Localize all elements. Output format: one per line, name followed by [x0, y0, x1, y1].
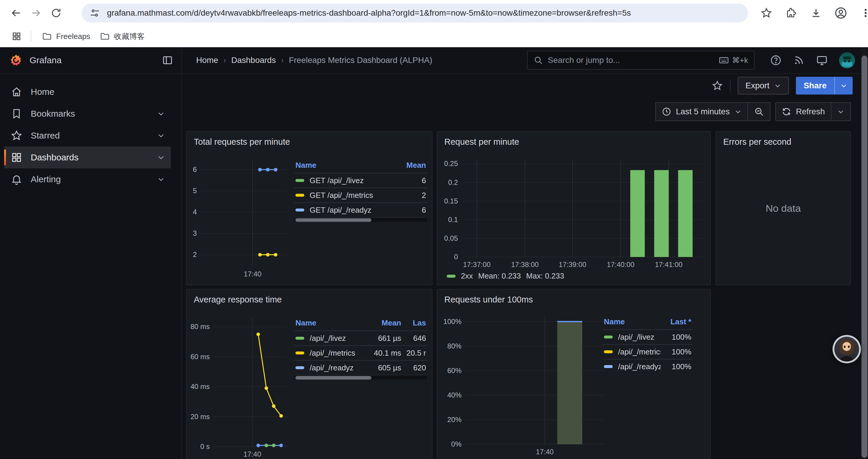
chevron-down-icon: [840, 82, 847, 89]
series-name[interactable]: /api/_/metrics: [310, 349, 355, 358]
dashboard-canvas: Last 5 minutes Refresh: [182, 97, 868, 459]
news-rss-icon[interactable]: [793, 54, 805, 66]
requests-under-100ms-chart[interactable]: 100%80%60%40%20%0%17:40: [442, 311, 608, 458]
series-name[interactable]: 2xx: [461, 271, 473, 281]
panel-errors-per-second[interactable]: Errors per second No data: [716, 131, 851, 285]
series-name[interactable]: GET /api/_/livez: [310, 176, 364, 185]
series-name[interactable]: /api/_/livez: [618, 333, 654, 342]
refresh-interval-chevron[interactable]: [831, 103, 850, 121]
apps-icon: [11, 152, 23, 163]
legend-scrollbar[interactable]: [294, 375, 427, 380]
monitor-icon[interactable]: [816, 54, 828, 66]
legend-value: 100%: [660, 362, 691, 371]
time-range-group: Last 5 minutes: [655, 102, 771, 121]
sidebar-item-starred[interactable]: Starred: [4, 125, 171, 146]
legend-row[interactable]: /api/_/metrics100%: [603, 344, 692, 359]
chevron-down-icon[interactable]: [157, 175, 165, 183]
bookmark-folder-blogs[interactable]: 收藏博客: [95, 29, 150, 44]
series-swatch: [296, 337, 304, 340]
bookmark-folder-freeleaps[interactable]: Freeleaps: [37, 29, 95, 44]
download-icon[interactable]: [806, 3, 826, 23]
legend-average-response-time: NameMeanLas/api/_/livez661 µs646/api/_/m…: [294, 317, 427, 380]
share-button[interactable]: Share: [796, 77, 852, 95]
star-dashboard-icon[interactable]: [712, 80, 723, 91]
series-name[interactable]: GET /api/_/metrics: [310, 191, 373, 200]
share-menu-chevron[interactable]: [834, 77, 852, 95]
legend-column[interactable]: Mean: [366, 319, 401, 328]
request-per-minute-chart[interactable]: 00.050.10.150.20.2517:37:0017:38:0017:39…: [442, 153, 707, 271]
svg-text:0.25: 0.25: [444, 160, 458, 167]
chevron-down-icon[interactable]: [157, 132, 165, 139]
sidebar-toggle-icon[interactable]: [162, 55, 173, 66]
svg-text:17:37:00: 17:37:00: [463, 261, 490, 268]
search-input[interactable]: ⌘+k: [527, 51, 754, 70]
legend-header: NameMean: [294, 159, 427, 173]
sidebar-item-alerting[interactable]: Alerting: [4, 168, 171, 190]
legend-scrollbar[interactable]: [294, 217, 427, 222]
panel-total-requests[interactable]: Total requests per minute 6543217:40 Nam…: [186, 131, 433, 285]
folder-icon: [100, 31, 110, 41]
legend-requests-under-100ms: NameLast */api/_/livez100%/api/_/metrics…: [603, 316, 692, 374]
chevron-down-icon[interactable]: [157, 154, 165, 161]
series-name[interactable]: GET /api/_/readyz: [310, 205, 371, 215]
browser-toolbar: grafana.mathmast.com/d/deytv4rwavabkb/fr…: [0, 0, 868, 26]
reload-icon[interactable]: [46, 3, 66, 23]
average-response-time-chart[interactable]: 80 ms60 ms40 ms20 ms0 s17:40: [190, 312, 291, 459]
total-requests-chart[interactable]: 6543217:40: [190, 154, 291, 281]
bookmark-star-icon[interactable]: [756, 3, 776, 23]
sidebar-item-bookmarks[interactable]: Bookmarks: [4, 103, 171, 125]
svg-text:3: 3: [193, 229, 197, 237]
legend-row[interactable]: /api/_/livez661 µs646: [294, 330, 427, 345]
svg-text:17:40:00: 17:40:00: [607, 261, 634, 268]
apps-grid-icon[interactable]: [8, 28, 25, 44]
legend-value: 605 µs: [366, 363, 401, 372]
panel-requests-under-100ms[interactable]: Requests under 100ms 100%80%60%40%20%0%1…: [437, 289, 711, 459]
search-placeholder[interactable]: [548, 56, 718, 65]
breadcrumb-dashboards[interactable]: Dashboards: [231, 56, 276, 65]
keyboard-icon: [718, 55, 729, 66]
series-name[interactable]: /api/_/readyz: [618, 362, 660, 371]
legend-row[interactable]: /api/_/livez100%: [603, 329, 692, 344]
search-icon: [533, 56, 543, 65]
legend-row[interactable]: /api/_/readyz100%: [603, 359, 692, 374]
legend-row[interactable]: /api/_/readyz605 µs620: [294, 360, 427, 375]
legend-value: 20.5 r: [401, 349, 426, 358]
series-name[interactable]: /api/_/metrics: [618, 347, 660, 357]
panel-request-per-minute[interactable]: Request per minute 00.050.10.150.20.2517…: [437, 131, 711, 285]
url-bar[interactable]: grafana.mathmast.com/d/deytv4rwavabkb/fr…: [82, 4, 748, 23]
sidebar-item-dashboards[interactable]: Dashboards: [4, 146, 171, 168]
svg-text:2: 2: [193, 251, 197, 258]
legend-row[interactable]: GET /api/_/readyz6: [294, 202, 427, 217]
svg-text:40%: 40%: [447, 391, 462, 399]
refresh-button[interactable]: Refresh: [776, 103, 831, 121]
legend-column[interactable]: Last *: [660, 317, 691, 326]
time-range-picker[interactable]: Last 5 minutes: [656, 103, 747, 121]
browser-menu-icon[interactable]: [856, 3, 868, 23]
zoom-out-time-button[interactable]: [747, 103, 770, 121]
back-icon[interactable]: [6, 3, 26, 23]
user-avatar[interactable]: [839, 52, 855, 68]
sidebar-item-home[interactable]: Home: [4, 81, 171, 103]
profile-icon[interactable]: [831, 3, 851, 23]
legend-column[interactable]: Las: [401, 319, 426, 328]
breadcrumb-home[interactable]: Home: [196, 56, 218, 65]
panel-average-response-time[interactable]: Average response time 80 ms60 ms40 ms20 …: [186, 289, 433, 459]
scrollbar-thumb[interactable]: [862, 56, 867, 458]
legend-row[interactable]: GET /api/_/livez6: [294, 173, 427, 188]
export-button[interactable]: Export: [738, 77, 789, 95]
forward-icon[interactable]: [26, 3, 46, 23]
svg-text:5: 5: [193, 187, 197, 195]
help-icon[interactable]: [770, 54, 782, 66]
assistant-avatar[interactable]: [833, 335, 861, 363]
legend-column[interactable]: Mean: [399, 161, 426, 170]
chevron-down-icon[interactable]: [157, 110, 165, 118]
breadcrumb-separator: ›: [224, 56, 226, 64]
page-scrollbar[interactable]: [861, 47, 868, 459]
legend-row[interactable]: /api/_/metrics40.1 ms20.5 r: [294, 345, 427, 360]
legend-row[interactable]: GET /api/_/metrics2: [294, 188, 427, 202]
series-name[interactable]: /api/_/livez: [310, 334, 346, 343]
series-name[interactable]: /api/_/readyz: [310, 363, 354, 372]
svg-text:60%: 60%: [447, 366, 462, 374]
extensions-icon[interactable]: [781, 3, 801, 23]
legend-value: 2: [399, 191, 426, 200]
